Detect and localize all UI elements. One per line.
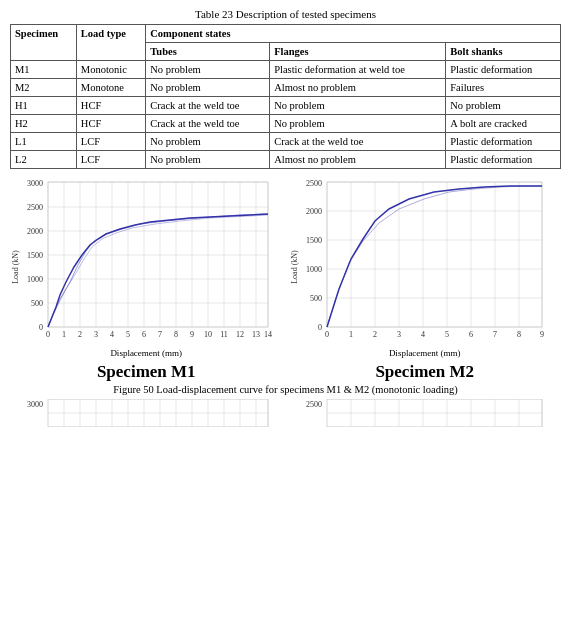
table-row: H1 HCF Crack at the weld toe No problem …	[11, 97, 561, 115]
col-flanges: Flanges	[270, 43, 446, 61]
specimen-id: H2	[11, 115, 77, 133]
specimen-m2-label: Specimen M2	[289, 362, 562, 382]
flanges-state: Crack at the weld toe	[270, 133, 446, 151]
tubes-state: No problem	[146, 133, 270, 151]
svg-text:8: 8	[517, 330, 521, 339]
svg-text:11: 11	[220, 330, 228, 339]
bottom-chart-right: 2500	[289, 399, 562, 429]
svg-text:8: 8	[174, 330, 178, 339]
page-container: Table 23 Description of tested specimens…	[0, 0, 571, 433]
bolts-state: No problem	[446, 97, 561, 115]
specimen-id: M1	[11, 61, 77, 79]
col-component-states: Component states	[146, 25, 561, 43]
table-row: L2 LCF No problem Almost no problem Plas…	[11, 151, 561, 169]
bolts-state: Failures	[446, 79, 561, 97]
bolts-state: Plastic deformation	[446, 151, 561, 169]
svg-text:3: 3	[397, 330, 401, 339]
svg-text:6: 6	[469, 330, 473, 339]
bolts-state: Plastic deformation	[446, 133, 561, 151]
specimen-id: M2	[11, 79, 77, 97]
svg-text:500: 500	[31, 299, 43, 308]
tubes-state: No problem	[146, 79, 270, 97]
svg-text:3: 3	[94, 330, 98, 339]
figure-caption: Figure 50 Load-displacement curve for sp…	[10, 384, 561, 395]
tubes-state: No problem	[146, 151, 270, 169]
svg-text:0: 0	[318, 323, 322, 332]
load-type: Monotonic	[76, 61, 145, 79]
charts-row: 0 500 1000 1500 2000 2500 3000 0 1 2 3 4…	[10, 177, 561, 382]
svg-text:2000: 2000	[306, 207, 322, 216]
load-type: HCF	[76, 115, 145, 133]
svg-text:4: 4	[110, 330, 114, 339]
svg-text:0: 0	[46, 330, 50, 339]
bolts-state: A bolt are cracked	[446, 115, 561, 133]
bottom-charts-row: 3000	[10, 399, 561, 429]
flanges-state: Almost no problem	[270, 151, 446, 169]
svg-text:2: 2	[373, 330, 377, 339]
svg-text:3000: 3000	[27, 179, 43, 188]
table-row: M2 Monotone No problem Almost no problem…	[11, 79, 561, 97]
svg-text:1: 1	[62, 330, 66, 339]
tubes-state: Crack at the weld toe	[146, 115, 270, 133]
svg-text:2500: 2500	[306, 179, 322, 188]
load-type: HCF	[76, 97, 145, 115]
svg-text:2500: 2500	[306, 400, 322, 409]
table-row: H2 HCF Crack at the weld toe No problem …	[11, 115, 561, 133]
svg-text:13: 13	[252, 330, 260, 339]
svg-text:Load (kN): Load (kN)	[11, 250, 20, 284]
load-type: Monotone	[76, 79, 145, 97]
svg-text:500: 500	[310, 294, 322, 303]
svg-text:1000: 1000	[306, 265, 322, 274]
flanges-state: Plastic deformation at weld toe	[270, 61, 446, 79]
svg-text:12: 12	[236, 330, 244, 339]
svg-text:2500: 2500	[27, 203, 43, 212]
svg-text:2: 2	[78, 330, 82, 339]
svg-text:Load (kN): Load (kN)	[290, 250, 299, 284]
svg-rect-0	[48, 182, 268, 327]
table-row: M1 Monotonic No problem Plastic deformat…	[11, 61, 561, 79]
col-load-type: Load type	[76, 25, 145, 61]
chart-m1-svg: 0 500 1000 1500 2000 2500 3000 0 1 2 3 4…	[10, 177, 275, 352]
col-specimen: Specimen	[11, 25, 77, 61]
specimen-id: H1	[11, 97, 77, 115]
flanges-state: No problem	[270, 97, 446, 115]
tubes-state: No problem	[146, 61, 270, 79]
bolts-state: Plastic deformation	[446, 61, 561, 79]
col-bolt-shanks: Bolt shanks	[446, 43, 561, 61]
table-title: Table 23 Description of tested specimens	[10, 8, 561, 20]
svg-text:1500: 1500	[306, 236, 322, 245]
svg-text:10: 10	[204, 330, 212, 339]
svg-text:5: 5	[445, 330, 449, 339]
tubes-state: Crack at the weld toe	[146, 97, 270, 115]
svg-text:7: 7	[493, 330, 497, 339]
svg-rect-46	[327, 182, 542, 327]
svg-text:1500: 1500	[27, 251, 43, 260]
load-type: LCF	[76, 151, 145, 169]
specimen-id: L2	[11, 151, 77, 169]
flanges-state: Almost no problem	[270, 79, 446, 97]
svg-text:1000: 1000	[27, 275, 43, 284]
svg-text:1: 1	[349, 330, 353, 339]
svg-text:9: 9	[190, 330, 194, 339]
bottom-chart-right-svg: 2500	[289, 399, 549, 427]
svg-text:6: 6	[142, 330, 146, 339]
chart-m2-xlabel: Displacement (mm)	[289, 348, 562, 358]
svg-text:2000: 2000	[27, 227, 43, 236]
col-tubes: Tubes	[146, 43, 270, 61]
table-row: L1 LCF No problem Crack at the weld toe …	[11, 133, 561, 151]
svg-text:5: 5	[126, 330, 130, 339]
svg-text:7: 7	[158, 330, 162, 339]
specimen-id: L1	[11, 133, 77, 151]
svg-text:0: 0	[325, 330, 329, 339]
svg-text:0: 0	[39, 323, 43, 332]
svg-text:14: 14	[264, 330, 272, 339]
svg-text:9: 9	[540, 330, 544, 339]
chart-m1-xlabel: Displacement (mm)	[10, 348, 283, 358]
svg-text:3000: 3000	[27, 400, 43, 409]
chart-m1: 0 500 1000 1500 2000 2500 3000 0 1 2 3 4…	[10, 177, 283, 382]
bottom-chart-left: 3000	[10, 399, 283, 429]
chart-m2-svg: 0 500 1000 1500 2000 2500 0 1 2 3 4 5 6 …	[289, 177, 549, 352]
chart-m2: 0 500 1000 1500 2000 2500 0 1 2 3 4 5 6 …	[289, 177, 562, 382]
svg-text:4: 4	[421, 330, 425, 339]
flanges-state: No problem	[270, 115, 446, 133]
